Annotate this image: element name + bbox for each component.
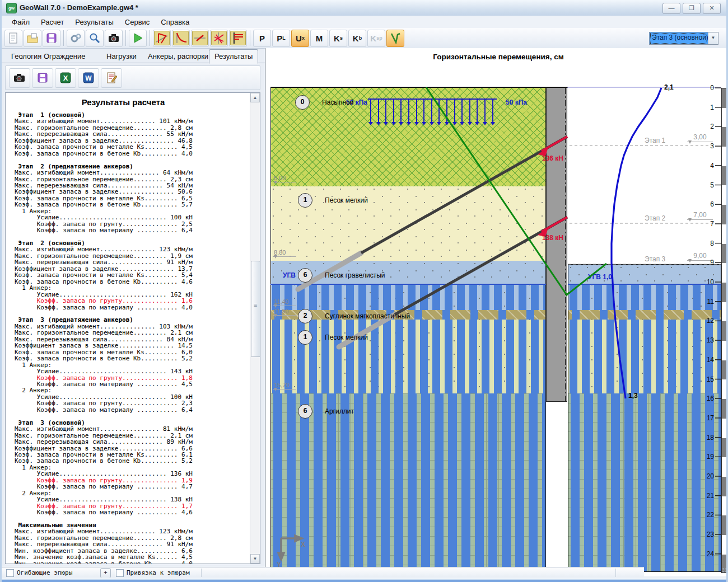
flag-epure-icon (230, 31, 246, 45)
plot-button-Ks[interactable]: Ks (329, 30, 347, 47)
results-scrollbar[interactable]: ▲ ▼ (250, 93, 260, 564)
epure-v-button[interactable] (386, 30, 404, 47)
menu-item-1[interactable]: Файл (6, 17, 35, 27)
diagram-moment-button[interactable] (191, 30, 209, 47)
ruler-number: 23 (697, 531, 714, 538)
edit-report-button[interactable] (101, 68, 122, 88)
close-button[interactable]: ✕ (703, 3, 721, 14)
title-bar[interactable]: gw GeoWall 7.0 - DemoExample.gw4 * — ❐ ✕ (2, 0, 726, 16)
word-icon: W (82, 72, 95, 84)
tab-5[interactable]: Результаты (209, 49, 258, 64)
layer-number-6: 6 (298, 404, 312, 419)
diagram-pane: Горизонтальные перемещения, см 50 кПа (265, 48, 728, 576)
snap-checkbox[interactable] (116, 569, 124, 577)
results-toolbar: X W (5, 65, 260, 90)
results-line: Усилие............................. 143 … (15, 368, 260, 374)
save-button[interactable] (43, 30, 60, 47)
depth-mark: 11,90 (273, 308, 296, 316)
ruler-ticks (715, 88, 721, 554)
minimize-button[interactable]: — (662, 3, 680, 14)
resize-grip[interactable] (722, 567, 727, 573)
results-line: Коэф. запаса прочности в бетоне Kb......… (15, 355, 260, 362)
anchor-1-force-label: 136 кН (542, 154, 563, 162)
plot-button-Ksp[interactable]: Ksp (367, 30, 385, 47)
ruler-number: 14 (697, 356, 714, 364)
ruler-number: 13 (697, 336, 714, 344)
ruler-number: 11 (697, 298, 714, 306)
tab-2[interactable]: Ограждение (39, 50, 91, 62)
open-file-button[interactable] (24, 30, 41, 47)
decay-curve-icon (173, 31, 189, 45)
settings-button[interactable] (67, 30, 85, 47)
diagram-pressure-button[interactable] (153, 30, 171, 47)
depth-mark: 8,80 (273, 249, 296, 257)
depth-mark: 5,00 (273, 175, 296, 182)
scrollbar-thumb[interactable] (251, 261, 260, 357)
gear-icon (69, 32, 82, 44)
window-title: GeoWall 7.0 - DemoExample.gw4 * (20, 3, 138, 12)
plot-button-Ux[interactable]: Ux (291, 30, 309, 47)
plot-button-P[interactable]: P (253, 30, 271, 47)
layer-label: Песок гравелистый (325, 271, 385, 279)
diagram-anchor-button[interactable] (210, 30, 228, 47)
ruler-number: 10 (697, 278, 714, 286)
layer-number-1: 1 (298, 330, 312, 345)
new-file-button[interactable] (4, 30, 22, 47)
ruler-number: 8 (697, 240, 714, 247)
magnifier-icon (88, 32, 101, 44)
layer-number-1: 1 (298, 193, 312, 208)
ruler-number: 3 (697, 142, 714, 150)
chevron-down-icon[interactable]: ▼ (708, 32, 718, 44)
zoom-button[interactable] (86, 30, 104, 47)
app-icon: gw (6, 3, 17, 13)
results-line: Коэф. запаса прочности в металле Ks.....… (15, 144, 260, 150)
run-calculation-button[interactable] (129, 30, 147, 47)
menu-item-4[interactable]: Сервис (119, 17, 156, 27)
scroll-down-icon[interactable]: ▼ (250, 554, 260, 564)
plot-buttons-group: PPLUxMKsKbKsp (253, 30, 405, 47)
stage-depth-value: 7,00 (687, 211, 713, 220)
camera-icon (13, 72, 26, 84)
ruler-number: 16 (697, 395, 714, 402)
maximize-button[interactable]: ❐ (683, 3, 701, 14)
displacement-curve (612, 88, 661, 398)
tab-4[interactable]: Анкеры, распорки (143, 50, 213, 62)
menu-item-2[interactable]: Расчет (35, 17, 69, 27)
save-report-button[interactable] (32, 68, 53, 88)
ruler-number: 19 (697, 453, 714, 461)
plus-button[interactable]: + (100, 568, 111, 578)
diagram-epure-button[interactable] (229, 30, 247, 47)
snapshot-button-2[interactable] (9, 68, 30, 88)
plot-button-M[interactable]: M (310, 30, 328, 47)
results-line: Усилие............................. 100 … (15, 214, 260, 220)
new-file-icon (7, 32, 20, 44)
axis-x-label: X (301, 541, 305, 548)
menu-item-3[interactable]: Результаты (69, 17, 119, 27)
plot-button-Kb[interactable]: Kb (348, 30, 366, 47)
stage-label: Этап 2 (645, 214, 665, 222)
ruler-number: 0 (697, 84, 714, 92)
scroll-up-icon[interactable]: ▲ (250, 93, 260, 102)
menu-bar: ФайлРасчетРезультатыСервисСправка (2, 16, 728, 28)
layer-label: Суглинок мягкопластичный (325, 312, 410, 320)
export-excel-button[interactable]: X (55, 68, 76, 88)
depth-mark: 11,40 (273, 298, 296, 306)
snapshot-button[interactable] (105, 30, 123, 47)
layer-number-0: 0 (295, 95, 310, 110)
camera-icon (108, 32, 120, 44)
depth-ruler-bar (721, 88, 728, 573)
export-word-button[interactable]: W (78, 68, 99, 88)
plot-button-PL[interactable]: PL (272, 30, 290, 47)
stage-depth-value: 3,00 (687, 133, 713, 142)
ruler-number: 4 (697, 162, 714, 170)
menu-item-5[interactable]: Справка (155, 17, 195, 27)
play-icon (132, 32, 144, 44)
diagram-curve-button[interactable] (172, 30, 190, 47)
stage-selector[interactable]: Этап 3 (основной) ▼ (649, 32, 718, 45)
report-edit-icon (105, 72, 118, 84)
green-epure-icon (389, 32, 402, 44)
envelopes-checkbox[interactable] (6, 569, 14, 577)
anchor-diagram-icon (211, 31, 227, 45)
tab-3[interactable]: Нагрузки (101, 50, 142, 62)
results-line: Коэфф. запаса по материалу ........... 6… (15, 407, 260, 413)
